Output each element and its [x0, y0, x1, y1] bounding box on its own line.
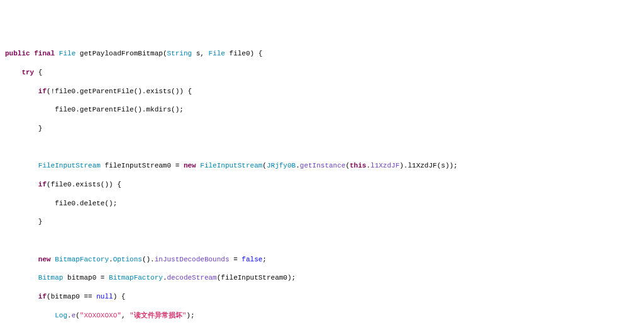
code-line: if(!file0.getParentFile().exists()) { — [5, 87, 639, 96]
code-line: } — [5, 217, 639, 227]
code-line: public final File getPayloadFromBitmap(S… — [5, 49, 639, 59]
code-line: file0.delete(); — [5, 199, 639, 208]
code-line — [5, 143, 639, 152]
code-line: if(file0.exists()) { — [5, 180, 639, 190]
keyword-if: if — [38, 88, 47, 95]
code-line: FileInputStream fileInputStream0 = new F… — [5, 161, 639, 171]
string-tag: "XOXOXOXO" — [80, 312, 121, 319]
param-file0: file0 — [230, 50, 250, 57]
method-name: getPayloadFromBitmap — [80, 50, 163, 57]
code-line: Log.e("XOXOXOXO", "读文件异常损坏"); — [5, 311, 639, 321]
type-file: File — [209, 50, 225, 57]
keyword-public: public — [5, 50, 30, 57]
code-block: public final File getPayloadFromBitmap(S… — [5, 40, 639, 330]
code-line: } — [5, 124, 639, 134]
string-cjk-msg: 读文件异常损坏 — [134, 312, 182, 319]
keyword-final: final — [34, 50, 55, 57]
type-file: File — [59, 50, 75, 57]
code-line: Bitmap bitmap0 = BitmapFactory.decodeStr… — [5, 273, 639, 283]
code-line: try { — [5, 68, 639, 77]
code-line: file0.getParentFile().mkdirs(); — [5, 105, 639, 115]
code-line: if(bitmap0 == null) { — [5, 292, 639, 302]
type-string: String — [167, 50, 192, 57]
param-s: s — [196, 50, 201, 57]
code-line: new BitmapFactory.Options().inJustDecode… — [5, 255, 639, 265]
code-line — [5, 236, 639, 246]
keyword-try: try — [21, 69, 34, 76]
